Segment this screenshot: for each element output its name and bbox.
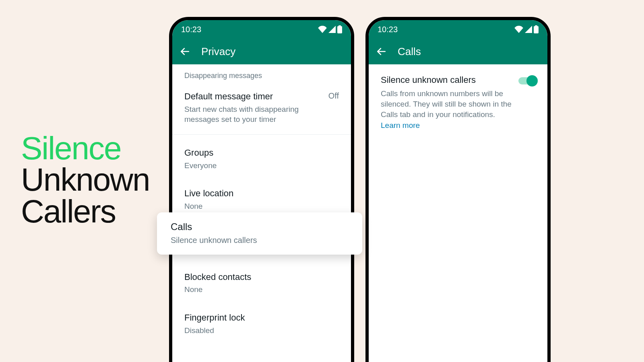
row-title: Fingerprint lock: [184, 312, 339, 324]
wifi-icon: [318, 26, 327, 33]
row-title: Silence unknown callers: [381, 75, 512, 85]
status-bar: 10:23: [172, 20, 351, 39]
row-title: Default message timer: [184, 90, 322, 103]
svg-rect-3: [534, 26, 539, 33]
silence-toggle[interactable]: [518, 77, 535, 84]
row-desc: Calls from unknown numbers will be silen…: [381, 89, 512, 119]
row-desc: None: [184, 284, 339, 295]
row-default-timer[interactable]: Default message timer Start new chats wi…: [172, 85, 351, 132]
row-value: Off: [328, 91, 339, 101]
row-blocked[interactable]: Blocked contacts None: [172, 267, 351, 302]
svg-rect-1: [339, 25, 341, 27]
toggle-knob: [526, 75, 538, 86]
svg-rect-0: [337, 26, 342, 33]
back-button[interactable]: [180, 46, 190, 57]
app-bar-privacy: Privacy: [172, 39, 351, 64]
row-title: Calls: [171, 220, 349, 233]
row-desc: Start new chats with disappearing messag…: [184, 104, 322, 125]
feature-headline: Silence Unknown Callers: [21, 133, 150, 227]
app-bar-calls: Calls: [369, 39, 547, 64]
headline-line-1: Silence: [21, 133, 150, 164]
status-time: 10:23: [181, 25, 318, 34]
row-desc: None: [184, 201, 339, 212]
headline-line-3: Callers: [21, 196, 150, 227]
arrow-left-icon: [180, 46, 190, 57]
row-desc: Disabled: [184, 325, 339, 336]
app-bar-title: Privacy: [201, 45, 235, 58]
row-desc: Silence unknown callers: [171, 235, 349, 246]
battery-icon: [337, 25, 342, 33]
row-desc: Everyone: [184, 160, 339, 171]
status-time: 10:23: [378, 25, 514, 34]
headline-line-2: Unknown: [21, 164, 150, 195]
row-calls-highlight[interactable]: Calls Silence unknown callers: [157, 212, 362, 255]
battery-icon: [534, 25, 539, 33]
status-icons: [318, 25, 342, 33]
row-title: Groups: [184, 147, 339, 159]
arrow-left-icon: [376, 46, 386, 57]
phone-privacy: 10:23 Privacy Disappearing messages Defa…: [169, 17, 354, 362]
row-groups[interactable]: Groups Everyone: [172, 135, 351, 178]
section-disappearing: Disappearing messages: [172, 64, 351, 85]
status-bar: 10:23: [369, 20, 547, 39]
back-button[interactable]: [376, 46, 386, 57]
row-silence-unknown[interactable]: Silence unknown callers Calls from unkno…: [369, 64, 547, 133]
cellular-icon: [328, 26, 336, 33]
phone-calls: 10:23 Calls Silence unknown callers Call…: [365, 17, 551, 362]
cellular-icon: [525, 26, 532, 33]
svg-rect-4: [535, 25, 537, 27]
status-icons: [514, 25, 539, 33]
app-bar-title: Calls: [398, 45, 421, 58]
learn-more-link[interactable]: Learn more: [381, 121, 420, 130]
row-title: Live location: [184, 187, 339, 200]
row-title: Blocked contacts: [184, 271, 339, 283]
row-fingerprint[interactable]: Fingerprint lock Disabled: [172, 302, 351, 343]
wifi-icon: [514, 26, 523, 33]
